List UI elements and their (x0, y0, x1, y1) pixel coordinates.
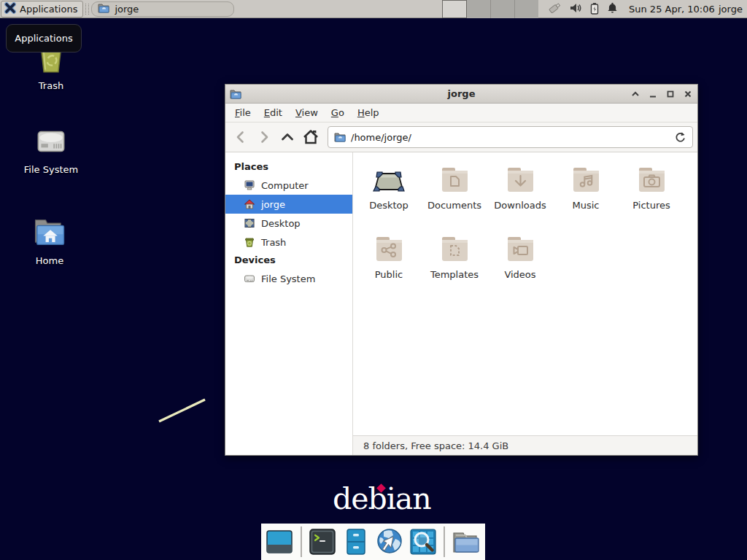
home-button[interactable] (300, 126, 322, 148)
sidebar-item-trash[interactable]: Trash (225, 233, 352, 252)
menu-edit[interactable]: Edit (258, 105, 289, 120)
close-button[interactable] (683, 89, 693, 99)
sidebar-header-devices: Devices (225, 252, 352, 269)
folder-downloads[interactable]: Downloads (487, 163, 553, 232)
sidebar-item-jorge[interactable]: jorge (225, 195, 352, 214)
volume-icon[interactable] (570, 2, 582, 16)
folder-templates[interactable]: Templates (422, 232, 487, 301)
desktop: Applications jorge (0, 0, 747, 560)
notifications-bell-icon[interactable] (607, 2, 618, 16)
menu-help[interactable]: Help (351, 105, 386, 120)
window-icon (230, 88, 241, 100)
workspace-3[interactable] (491, 0, 515, 18)
folder-pictures[interactable]: Pictures (619, 163, 684, 232)
web-browser-icon[interactable] (374, 526, 404, 558)
window-title: jorge (225, 88, 697, 99)
file-manager-window: jorge File Edit View Go Help (225, 84, 698, 456)
folder-grid: Desktop Documents (353, 152, 697, 455)
titlebar[interactable]: jorge (225, 85, 697, 104)
system-tray (547, 0, 618, 18)
status-text: 8 folders, Free space: 14.4 GiB (363, 440, 508, 451)
directory-menu-icon[interactable] (451, 526, 481, 558)
hard-drive-icon (19, 122, 83, 159)
toolbar: /home/jorge/ (225, 122, 697, 152)
back-button[interactable] (230, 126, 252, 148)
dock (261, 524, 485, 560)
show-desktop-icon[interactable] (265, 526, 295, 558)
sidebar-item-desktop[interactable]: Desktop (225, 214, 352, 233)
menubar: File Edit View Go Help (225, 104, 697, 122)
menu-view[interactable]: View (289, 105, 325, 120)
workspace-switcher[interactable] (442, 0, 538, 18)
location-bar[interactable]: /home/jorge/ (328, 126, 693, 148)
sidebar-item-computer[interactable]: Computer (225, 176, 352, 195)
trash-small-icon (244, 236, 255, 248)
taskbar-window-label: jorge (115, 4, 139, 15)
videos-folder-icon (487, 232, 553, 267)
terminal-icon[interactable] (308, 526, 338, 558)
desktop-icon-file-system[interactable]: File System (19, 122, 83, 175)
shade-button[interactable] (630, 89, 640, 99)
desktop-icon-label: Home (18, 255, 82, 266)
folder-desktop[interactable]: Desktop (356, 163, 422, 232)
battery-icon[interactable] (590, 2, 599, 17)
maximize-button[interactable] (665, 89, 676, 99)
sidebar: Places Computer (225, 152, 353, 455)
sidebar-item-file-system[interactable]: File System (225, 269, 352, 288)
location-path: /home/jorge/ (351, 132, 669, 143)
sidebar-header-places: Places (225, 158, 352, 176)
minimize-button[interactable] (648, 89, 658, 99)
file-cabinet-icon[interactable] (341, 526, 371, 558)
reload-icon[interactable] (674, 131, 686, 144)
applications-tooltip: Applications (6, 24, 82, 52)
applications-menu-label: Applications (20, 4, 77, 15)
up-button[interactable] (276, 126, 298, 148)
drive-small-icon (244, 273, 255, 284)
templates-folder-icon (422, 232, 487, 267)
statusbar: 8 folders, Free space: 14.4 GiB (353, 435, 697, 455)
workspace-2[interactable] (467, 0, 491, 18)
computer-icon (244, 179, 255, 191)
window-folder-icon (98, 2, 109, 16)
location-folder-icon (334, 131, 346, 143)
music-folder-icon (553, 163, 619, 198)
desktop-icon (244, 217, 255, 229)
folder-videos[interactable]: Videos (487, 232, 553, 301)
pictures-folder-icon (619, 163, 684, 198)
menu-go[interactable]: Go (325, 105, 351, 120)
desktop-special-icon (356, 163, 422, 198)
xfce-applications-icon (4, 2, 16, 16)
line-artifact (153, 394, 215, 429)
folder-public[interactable]: Public (356, 232, 422, 301)
menu-file[interactable]: File (228, 105, 258, 120)
workspace-1[interactable] (442, 0, 467, 18)
debian-logo: debian (333, 481, 435, 518)
folder-music[interactable]: Music (553, 163, 619, 232)
top-panel: Applications jorge (0, 0, 747, 18)
panel-handle[interactable] (85, 4, 89, 15)
desktop-icon-label: Trash (19, 80, 83, 91)
desktop-icon-home[interactable]: Home (18, 214, 82, 266)
public-folder-icon (356, 232, 422, 267)
home-folder-icon (18, 214, 82, 250)
applications-menu-button[interactable]: Applications (1, 1, 83, 18)
forward-button[interactable] (253, 126, 275, 148)
folder-documents[interactable]: Documents (422, 163, 487, 232)
workspace-4[interactable] (515, 0, 538, 18)
home-icon (244, 198, 255, 210)
dock-separator (301, 526, 302, 557)
taskbar-window-button[interactable]: jorge (91, 1, 234, 17)
removable-media-icon[interactable] (547, 1, 562, 17)
dock-separator (444, 526, 445, 557)
application-finder-icon[interactable] (408, 526, 438, 558)
desktop-icon-label: File System (19, 164, 83, 175)
panel-username: jorge (719, 0, 743, 18)
documents-folder-icon (422, 163, 487, 198)
panel-clock[interactable]: Sun 25 Apr, 10:06 (629, 0, 715, 18)
window-body: Places Computer (225, 152, 697, 455)
downloads-folder-icon (487, 163, 553, 198)
